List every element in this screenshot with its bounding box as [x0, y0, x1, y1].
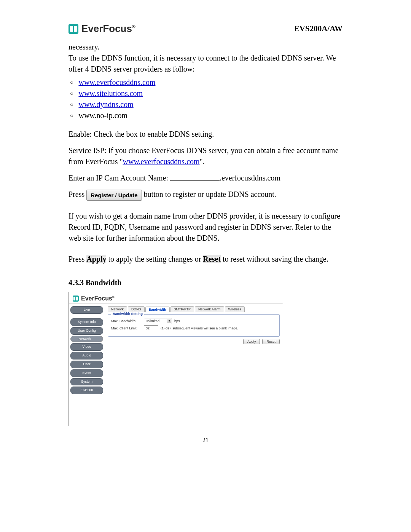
reset-bold: Reset [203, 255, 221, 263]
bullet-icon: ○ [70, 79, 73, 86]
paragraph-account-name: Enter an IP Cam Account Name: .everfocus… [68, 173, 342, 184]
everfocus-icon [68, 24, 78, 34]
text: to reset without saving the change. [221, 255, 328, 263]
reset-button[interactable]: Reset [262, 339, 280, 344]
row-max-client-limit: Max. Client Limit: 32 (1~32), subsequent… [111, 325, 276, 331]
link-sitelutions[interactable]: www.sitelutions.com [78, 88, 143, 99]
everfocus-icon [73, 296, 79, 302]
list-item: ○ www.dyndns.com [70, 99, 342, 110]
hint-max-client-limit: (1~32), subsequent viewers will see a bl… [161, 326, 238, 330]
fieldset-legend: Bandwidth Setting [111, 312, 144, 316]
bandwidth-screenshot: EverFocus® Live System Info User Config … [68, 292, 283, 426]
model-number: EVS200A/AW [294, 24, 342, 34]
section-heading-bandwidth: 4.3.3 Bandwidth [68, 278, 342, 287]
text: button to register or update DDNS accoun… [142, 190, 276, 198]
paragraph: To use the DDNS function, it is necessar… [68, 53, 342, 75]
bandwidth-setting-fieldset: Bandwidth Setting Max. Bandwidth: unlimi… [108, 314, 280, 337]
select-value: unlimited [146, 319, 159, 323]
bullet-icon: ○ [70, 101, 73, 109]
sidebar-item-system[interactable]: System [70, 378, 103, 386]
sidebar-item-network[interactable]: Network [70, 336, 103, 342]
spacer [70, 315, 103, 317]
ui-header: EverFocus® [69, 292, 283, 304]
brand-name: EverFocus [81, 23, 132, 34]
brand-text: EverFocus® [81, 23, 135, 35]
paragraph-service-isp: Service ISP: If you choose EverFocus DDN… [68, 145, 342, 167]
link-noip: www.no-ip.com [78, 110, 127, 121]
sidebar-item-ekb200[interactable]: EKB200 [70, 387, 103, 394]
select-max-bandwidth[interactable]: unlimited ▾ [144, 318, 172, 324]
text: Press [68, 255, 86, 263]
sidebar-item-event[interactable]: Event [70, 369, 103, 377]
list-item: ○ www.no-ip.com [70, 110, 342, 121]
body-block: necessary. To use the DDNS function, it … [68, 42, 342, 75]
sidebar-item-video[interactable]: Video [70, 343, 103, 351]
sidebar-item-user[interactable]: User [70, 361, 103, 368]
page-header: EverFocus® EVS200A/AW [68, 23, 342, 35]
sidebar-item-live[interactable]: Live [70, 306, 103, 314]
blank-field [170, 173, 220, 181]
text: to apply the setting changes or [106, 255, 203, 263]
sidebar-item-userconfig[interactable]: User Config [70, 327, 103, 335]
form-buttons: Apply Reset [108, 339, 280, 344]
apply-button[interactable]: Apply [243, 339, 260, 344]
bullet-icon: ○ [70, 90, 73, 97]
ddns-provider-list: ○ www.everfocusddns.com ○ www.sitelution… [68, 77, 342, 121]
input-max-client-limit[interactable]: 32 [144, 325, 158, 331]
bullet-icon: ○ [70, 112, 73, 120]
paragraph: necessary. [68, 42, 342, 53]
ui-body: Live System Info User Config Network Vid… [69, 304, 283, 426]
ui-brand-text: EverFocus® [81, 295, 115, 302]
tab-ddns[interactable]: DDNS [128, 306, 145, 312]
link-dyndns[interactable]: www.dyndns.com [78, 99, 133, 110]
link-everfocusddns[interactable]: www.everfocusddns.com [78, 77, 155, 88]
label-max-bandwidth: Max. Bandwidth: [111, 319, 142, 323]
list-item: ○ www.sitelutions.com [70, 88, 342, 99]
paragraph-other-provider: If you wish to get a domain name from ot… [68, 211, 342, 244]
tab-row: Network DDNS Bandwidth SMTP/FTP Network … [108, 306, 280, 312]
registered-mark: ® [112, 296, 115, 299]
paragraph-apply-reset: Press Apply to apply the setting changes… [68, 254, 342, 265]
register-update-button[interactable]: Register / Update [86, 190, 142, 201]
brand-name: EverFocus [81, 295, 112, 302]
ui-main: Network DDNS Bandwidth SMTP/FTP Network … [105, 304, 283, 426]
unit-bps: bps [174, 319, 180, 323]
text: Press [68, 190, 86, 198]
document-page: EverFocus® EVS200A/AW necessary. To use … [0, 0, 411, 459]
tab-networkalarm[interactable]: Network Alarm [195, 306, 224, 312]
paragraph-press-register: Press Register / Update button to regist… [68, 189, 342, 201]
text: .everfocusddns.com [220, 174, 280, 182]
sidebar-item-systeminfo[interactable]: System Info [70, 318, 103, 326]
sidebar: Live System Info User Config Network Vid… [69, 304, 105, 426]
apply-bold: Apply [86, 255, 106, 263]
label-max-client-limit: Max. Client Limit: [111, 326, 142, 330]
tab-smtpftp[interactable]: SMTP/FTP [170, 306, 194, 312]
paragraph-enable: Enable: Check the box to enable DDNS set… [68, 129, 342, 140]
tab-bandwidth[interactable]: Bandwidth [145, 307, 170, 312]
row-max-bandwidth: Max. Bandwidth: unlimited ▾ bps [111, 318, 276, 324]
page-number: 21 [68, 437, 342, 444]
list-item: ○ www.everfocusddns.com [70, 77, 342, 88]
text: Enter an IP Cam Account Name: [68, 174, 170, 182]
brand-logo: EverFocus® [68, 23, 135, 35]
registered-mark: ® [132, 24, 135, 29]
text: ". [200, 157, 205, 166]
tab-network[interactable]: Network [108, 306, 127, 312]
chevron-down-icon: ▾ [167, 319, 171, 323]
link-everfocusddns-inline[interactable]: www.everfocusddns.com [123, 157, 200, 166]
sidebar-item-audio[interactable]: Audio [70, 352, 103, 359]
tab-wireless[interactable]: Wireless [225, 306, 245, 312]
